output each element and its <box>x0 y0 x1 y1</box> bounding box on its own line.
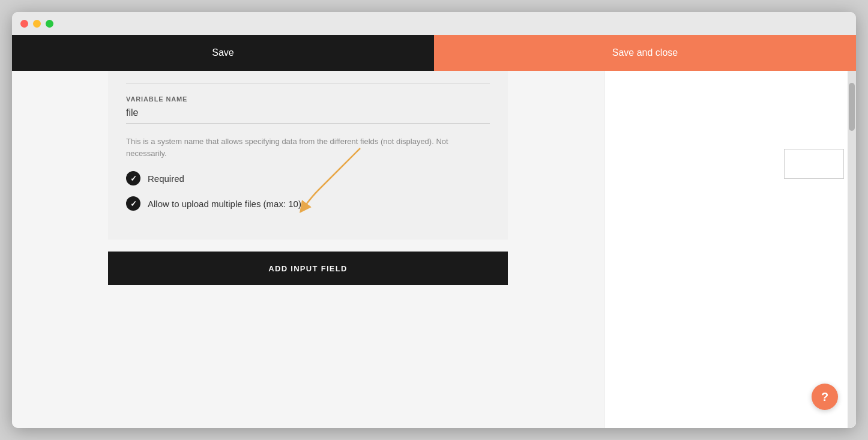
save-button[interactable]: Save <box>12 35 434 71</box>
minimize-dot[interactable] <box>33 20 41 28</box>
help-button[interactable]: ? <box>812 384 838 410</box>
window: Save Save and close VARIABLE NAME file T… <box>12 12 856 428</box>
save-and-close-button[interactable]: Save and close <box>434 35 856 71</box>
variable-name-description: This is a system name that allows specif… <box>126 136 490 159</box>
add-input-field-button[interactable]: ADD INPUT FIELD <box>108 252 508 285</box>
scrollbar-thumb[interactable] <box>849 83 855 131</box>
top-divider <box>126 83 490 83</box>
add-field-section: ADD INPUT FIELD <box>108 252 508 285</box>
multiple-files-label: Allow to upload multiple files (max: 10) <box>148 199 301 209</box>
variable-name-value: file <box>126 107 490 124</box>
required-checkbox-icon[interactable] <box>126 171 140 185</box>
scroll-area[interactable]: VARIABLE NAME file This is a system name… <box>12 71 604 428</box>
main-content: VARIABLE NAME file This is a system name… <box>12 71 856 428</box>
form-area: VARIABLE NAME file This is a system name… <box>12 71 604 303</box>
titlebar <box>12 12 856 35</box>
side-panel: ? <box>604 71 856 428</box>
required-label: Required <box>148 173 184 184</box>
multiple-files-checkbox-icon[interactable] <box>126 196 140 211</box>
variable-name-section: VARIABLE NAME file <box>126 95 490 124</box>
close-dot[interactable] <box>20 20 28 28</box>
multiple-files-row[interactable]: Allow to upload multiple files (max: 10) <box>126 196 490 211</box>
variable-name-label: VARIABLE NAME <box>126 95 490 103</box>
required-row[interactable]: Required <box>126 171 490 185</box>
side-panel-box <box>784 149 844 179</box>
scrollbar-track[interactable] <box>848 71 856 428</box>
toolbar: Save Save and close <box>12 35 856 71</box>
maximize-dot[interactable] <box>46 20 53 28</box>
form-panel: VARIABLE NAME file This is a system name… <box>108 71 508 240</box>
